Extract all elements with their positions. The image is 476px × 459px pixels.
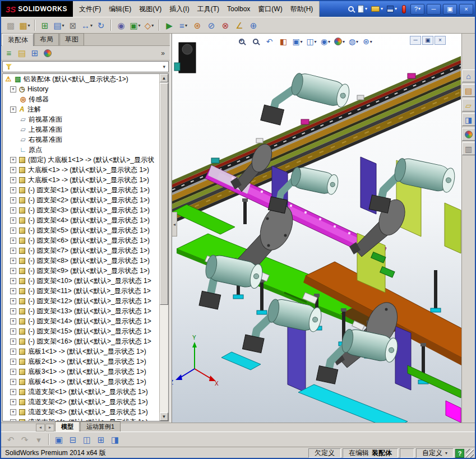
- move-component-icon[interactable]: ↔▾: [80, 18, 94, 32]
- model-tab[interactable]: 运动算例1: [80, 421, 121, 432]
- overflow-chevron-icon[interactable]: »: [158, 49, 168, 57]
- menu-item[interactable]: 帮助(H): [286, 3, 317, 16]
- tree-item[interactable]: +(-) 圆支架<5> (默认<默认>_显示状态 1>): [3, 225, 159, 235]
- expander-icon[interactable]: +: [10, 228, 16, 234]
- expander-icon[interactable]: +: [10, 278, 16, 284]
- save-document-icon[interactable]: ▾: [386, 3, 398, 15]
- design-library-icon[interactable]: ▤: [462, 84, 475, 97]
- graphics-area[interactable]: Y X Z ↶◧▣▾◫▾◉▾▾◍▾⊛▾ ─ ▣ × ◂: [172, 34, 461, 423]
- insert-component-icon[interactable]: ▦▾: [18, 18, 31, 32]
- tree-item[interactable]: +底板4<1> -> (默认<默认>_显示状态 1>): [3, 377, 159, 387]
- expander-icon[interactable]: +: [10, 359, 16, 365]
- apply-scene-icon[interactable]: ◍▾: [347, 36, 360, 47]
- propertymanager-tab-icon[interactable]: ▤: [16, 47, 28, 59]
- menu-item[interactable]: 工具(T): [193, 3, 223, 16]
- tree-item[interactable]: +(-) 圆支架<10> (默认<默认>_显示状态 1>: [3, 276, 159, 286]
- search-icon[interactable]: [347, 3, 355, 15]
- file-explorer-icon[interactable]: ▱: [462, 99, 475, 112]
- doc-restore-button[interactable]: ▣: [422, 36, 433, 45]
- doc-minimize-button[interactable]: ─: [410, 36, 421, 45]
- scroll-down-icon[interactable]: ▼: [160, 412, 168, 421]
- tree-item[interactable]: +(-) 圆支架<9> (默认<默认>_显示状态 1>): [3, 266, 159, 276]
- tree-item[interactable]: +(-) 圆支架<4> (默认<默认>_显示状态 1>): [3, 215, 159, 225]
- expander-icon[interactable]: +: [10, 238, 16, 244]
- tree-item[interactable]: +(-) 圆支架<15> (默认<默认>_显示状态 1>: [3, 326, 159, 336]
- tree-item[interactable]: +大底板<1> -> (默认<默认>_显示状态 1>): [3, 165, 159, 175]
- tree-item[interactable]: ▱前视基准面: [3, 114, 159, 124]
- tree-item[interactable]: ∟原点: [3, 145, 159, 155]
- open-document-icon[interactable]: ▾: [370, 3, 384, 15]
- doc-close-button[interactable]: ×: [435, 36, 446, 45]
- view-palette-icon[interactable]: ◨: [462, 113, 475, 126]
- expander-icon[interactable]: +: [10, 258, 16, 264]
- show-hidden-components-icon[interactable]: ◉: [114, 18, 128, 32]
- mass-properties-icon[interactable]: ⊕: [247, 18, 260, 32]
- tree-item[interactable]: +(-) 圆支架<1> (默认<默认>_显示状态 1>): [3, 185, 159, 195]
- hide-show-items-icon[interactable]: ◉▾: [319, 36, 332, 47]
- expander-icon[interactable]: +: [10, 318, 16, 324]
- mate-icon[interactable]: ⊞: [38, 18, 52, 32]
- zoom-area-icon[interactable]: [249, 36, 262, 47]
- measure-icon[interactable]: ∠: [233, 18, 246, 32]
- panel-tab[interactable]: 草图: [59, 33, 84, 45]
- tree-item[interactable]: +(-) 圆支架<8> (默认<默认>_显示状态 1>): [3, 256, 159, 266]
- tree-filter[interactable]: ▾: [2, 61, 169, 72]
- tree-scrollbar[interactable]: ▲ ▼: [159, 74, 168, 421]
- menu-item[interactable]: Toolbox: [223, 3, 254, 15]
- tree-item[interactable]: +A注解: [3, 104, 159, 114]
- interference-detection-icon[interactable]: ⊗: [219, 18, 232, 32]
- expander-icon[interactable]: +: [10, 86, 16, 92]
- displaymanager-tab-icon[interactable]: [41, 47, 54, 59]
- scroll-up-icon[interactable]: ▲: [160, 74, 168, 82]
- menu-item[interactable]: 编辑(E): [105, 3, 135, 16]
- expander-icon[interactable]: +: [10, 187, 16, 193]
- tree-item[interactable]: +(-) 圆支架<11> (默认<默认>_显示状态 1>: [3, 286, 159, 296]
- panel-tab[interactable]: 布局: [34, 33, 59, 45]
- expander-icon[interactable]: +: [10, 106, 16, 113]
- expander-icon[interactable]: +: [10, 157, 16, 163]
- expander-icon[interactable]: +: [10, 298, 16, 304]
- linear-component-pattern-icon[interactable]: ▤▾: [52, 18, 66, 32]
- expander-icon[interactable]: +: [10, 288, 16, 294]
- rotate-component-icon[interactable]: ↻: [94, 18, 108, 32]
- tree-item[interactable]: +流道支架<1> (默认<默认>_显示状态 1>): [3, 387, 159, 397]
- viewport-single-icon[interactable]: ▣: [52, 433, 66, 446]
- status-help-badge[interactable]: ?: [455, 449, 464, 458]
- expander-icon[interactable]: +: [10, 217, 16, 224]
- help-button[interactable]: ?▾: [410, 4, 424, 15]
- panel-collapse-handle[interactable]: ◂: [172, 212, 177, 237]
- expander-icon[interactable]: +: [10, 268, 16, 274]
- expander-icon[interactable]: +: [10, 389, 16, 395]
- edit-appearance-icon[interactable]: ▾: [333, 36, 346, 47]
- minimize-button[interactable]: ─: [427, 4, 441, 15]
- tree-item[interactable]: +(-) 圆支架<6> (默认<默认>_显示状态 1>): [3, 235, 159, 245]
- viewport-split-horizontal-icon[interactable]: ⊟: [66, 433, 80, 446]
- expander-icon[interactable]: +: [10, 419, 16, 421]
- expander-icon[interactable]: +: [10, 328, 16, 335]
- expander-icon[interactable]: +: [10, 167, 16, 173]
- tree-item[interactable]: +大底板<1> -> (默认<默认>_显示状态 1>): [3, 175, 159, 185]
- tree-item[interactable]: +(-) 圆支架<2> (默认<默认>_显示状态 1>): [3, 195, 159, 205]
- previous-view-icon[interactable]: ↶: [263, 36, 276, 47]
- maximize-button[interactable]: ▣: [443, 4, 457, 15]
- resize-grip[interactable]: [466, 449, 474, 458]
- tab-scroll-right-icon[interactable]: ▸: [45, 424, 54, 432]
- section-view-icon[interactable]: ◧: [277, 36, 290, 47]
- close-button[interactable]: ×: [459, 4, 473, 15]
- smart-fasteners-icon[interactable]: ⊠: [66, 18, 80, 32]
- tab-scroll-left-icon[interactable]: ◂: [36, 424, 45, 432]
- tree-item[interactable]: +底板3<1> -> (默认<默认>_显示状态 1>): [3, 367, 159, 377]
- expander-icon[interactable]: +: [10, 339, 16, 345]
- tree-item[interactable]: +(-) 圆支架<13> (默认<默认>_显示状态 1>: [3, 306, 159, 316]
- tree-item[interactable]: +流道支架<3> (默认<默认>_显示状态 1>): [3, 407, 159, 417]
- filter-chevron-icon[interactable]: ▾: [163, 64, 165, 69]
- zoom-fit-icon[interactable]: [235, 36, 248, 47]
- expander-icon[interactable]: +: [10, 308, 16, 314]
- menu-item[interactable]: 插入(I): [165, 3, 193, 16]
- tree-item[interactable]: +(-) 圆支架<3> (默认<默认>_显示状态 1>): [3, 205, 159, 215]
- tree-item[interactable]: +(-) 圆支架<12> (默认<默认>_显示状态 1>: [3, 296, 159, 306]
- menu-item[interactable]: 窗口(W): [254, 3, 286, 16]
- expander-icon[interactable]: +: [10, 207, 16, 214]
- configurationmanager-tab-icon[interactable]: ⊞: [29, 47, 41, 59]
- expander-icon[interactable]: +: [10, 399, 16, 405]
